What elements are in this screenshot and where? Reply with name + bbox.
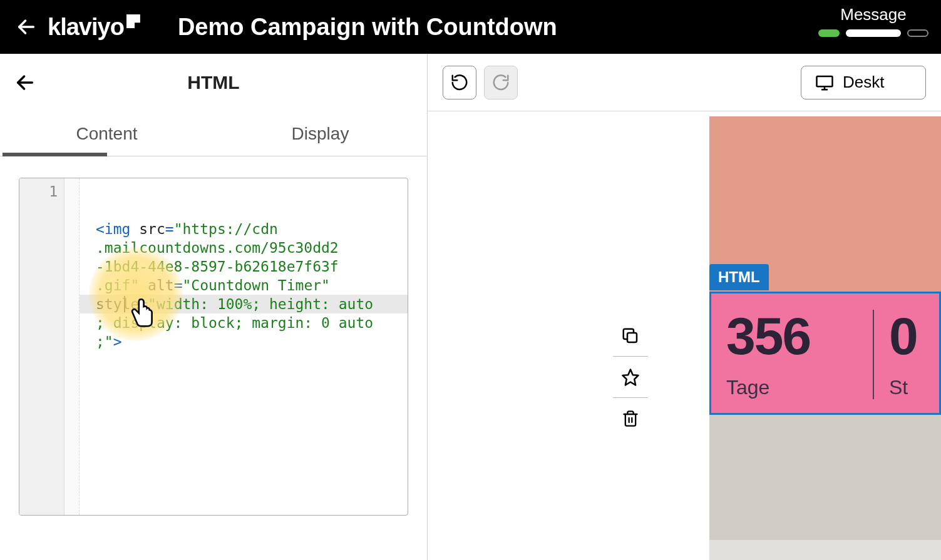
editor-code-area[interactable]: <img src="https://cdn .mailcountdowns.co… <box>80 178 408 515</box>
app-header: klaviyo Demo Campaign with Countdown Mes… <box>0 0 941 54</box>
code-token: > <box>113 333 122 350</box>
code-token: src <box>139 221 165 237</box>
svg-marker-6 <box>623 369 639 385</box>
svg-rect-5 <box>627 333 637 342</box>
code-token: <img <box>96 221 130 237</box>
trash-icon <box>622 409 639 428</box>
block-action-rail <box>613 315 648 439</box>
code-token: .mailcountdowns.com/95c30dd2 <box>96 240 339 256</box>
editor-panel: HTML Content Display 1 <img src="https:/… <box>0 54 428 560</box>
progress-pill-done <box>818 29 840 37</box>
html-block[interactable]: HTML 356 Tage 0 St <box>709 292 941 415</box>
step-progress <box>818 29 928 37</box>
progress-pill-pending <box>907 29 928 37</box>
progress-pill-current <box>846 29 901 37</box>
preview-toolbar: Deskt <box>428 54 941 111</box>
main-split: HTML Content Display 1 <img src="https:/… <box>0 54 941 560</box>
undo-button[interactable] <box>443 66 476 99</box>
countdown-hours-label: St <box>889 376 941 399</box>
brand-flag-icon <box>126 14 140 28</box>
countdown-days-value: 356 <box>726 310 858 362</box>
code-token: alt <box>148 277 174 293</box>
html-code-editor[interactable]: 1 <img src="https://cdn .mailcountdowns.… <box>19 178 408 516</box>
desktop-icon <box>815 74 834 91</box>
brand-logo: klaviyo <box>48 14 140 41</box>
code-token: ;" <box>96 333 113 350</box>
code-token: "https://cdn <box>174 221 278 237</box>
svg-rect-2 <box>817 76 833 86</box>
header-back-button[interactable] <box>13 13 40 41</box>
code-token: .gif" <box>96 277 139 293</box>
editor-gutter: 1 <box>19 178 64 515</box>
header-step-indicator: Message <box>818 0 941 37</box>
editor-fold-column <box>64 178 80 515</box>
step-label: Message <box>818 5 928 24</box>
undo-icon <box>450 73 469 92</box>
code-token: ; display: block; margin: 0 auto <box>96 315 373 331</box>
redo-icon <box>491 73 510 92</box>
line-number: 1 <box>22 182 58 201</box>
code-token: -1bd4-44e8-8597-b62618e7f63f <box>96 258 339 275</box>
code-token: style <box>96 296 139 312</box>
countdown-timer: 356 Tage 0 St <box>709 292 941 415</box>
countdown-days-cell: 356 Tage <box>711 310 874 399</box>
preview-canvas: HTML 356 Tage 0 St <box>428 111 941 560</box>
star-icon <box>621 368 640 387</box>
email-preview: HTML 356 Tage 0 St <box>709 116 941 560</box>
viewport-label: Deskt <box>843 73 884 92</box>
arrow-left-icon <box>14 72 36 93</box>
tab-display[interactable]: Display <box>213 111 427 156</box>
panel-tabs: Content Display <box>0 111 427 156</box>
countdown-hours-cell: 0 St <box>874 310 941 399</box>
panel-back-button[interactable] <box>13 70 38 95</box>
favorite-button[interactable] <box>613 357 648 398</box>
preview-panel: Deskt HTML <box>428 54 941 560</box>
redo-button <box>484 66 518 99</box>
text-caret <box>124 296 125 312</box>
preview-bottom-image[interactable] <box>709 415 941 540</box>
editor-container: 1 <img src="https://cdn .mailcountdowns.… <box>0 156 427 560</box>
panel-header: HTML <box>0 54 427 111</box>
countdown-hours-value: 0 <box>889 310 941 362</box>
code-token: "Countdown Timer" <box>183 277 330 293</box>
arrow-left-icon <box>16 16 37 38</box>
code-token: "width: 100%; height: auto <box>148 296 373 312</box>
countdown-days-label: Tage <box>726 376 858 399</box>
duplicate-button[interactable] <box>613 315 648 357</box>
tab-content[interactable]: Content <box>0 111 213 156</box>
campaign-title: Demo Campaign with Countdown <box>178 14 557 41</box>
block-type-badge: HTML <box>709 264 769 290</box>
copy-icon <box>621 327 640 345</box>
brand-text: klaviyo <box>48 14 124 41</box>
delete-button[interactable] <box>613 398 648 439</box>
panel-title: HTML <box>187 72 239 93</box>
viewport-selector[interactable]: Deskt <box>801 66 926 99</box>
